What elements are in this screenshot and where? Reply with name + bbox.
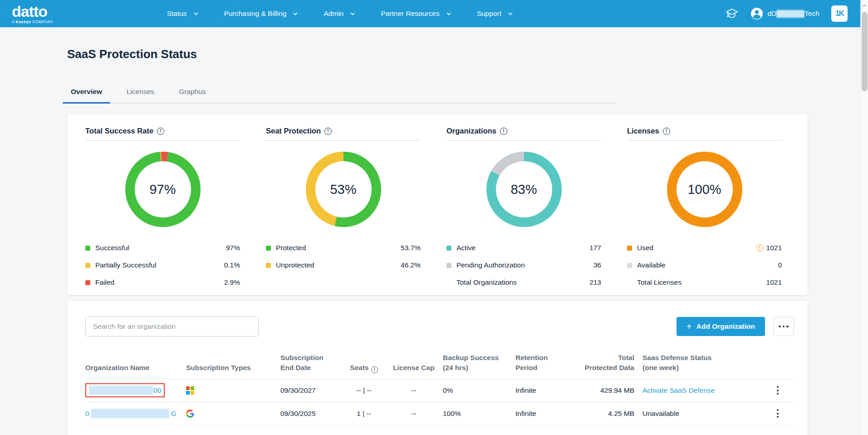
donut-center-value: 100% [667,152,742,227]
organization-name-cell: 0G [85,409,181,418]
main-content: SaaS Protection Status Overview Licenses… [67,27,808,435]
defense-status-cell: Activate SaaS Defense [642,386,757,395]
stats-card: Total Success Rate 97% Successful 97% Pa… [67,114,808,295]
col-retention-period: RetentionPeriod [515,353,566,373]
legend-item: Used 1021 [627,239,782,257]
vertical-scrollbar[interactable] [860,0,868,435]
info-icon[interactable] [371,366,378,373]
activate-saas-defense-link[interactable]: Activate SaaS Defense [642,386,715,394]
info-icon[interactable] [663,128,670,135]
backup-success-cell: 100% [443,410,511,418]
legend: Active 177 Pending Authorization 36 Tota… [446,239,601,291]
donut-center-value: 53% [306,152,381,227]
search-input[interactable] [85,316,259,336]
organization-name-link[interactable]: 00 [89,386,161,395]
menu-item-status[interactable]: Status [167,10,199,18]
kaseya-company-tagline: A Kaseya COMPANY [12,20,54,24]
col-seats: Seats [343,363,385,373]
tab-licenses[interactable]: Licenses [126,82,155,103]
warning-icon[interactable] [756,244,764,252]
donut-center-value: 83% [486,152,562,227]
legend-item: Successful 97% [85,239,240,257]
stat-organizations: Organizations 83% Active 177 Pending Aut… [446,127,627,295]
kebab-menu-icon[interactable] [772,386,784,395]
tab-bar: Overview Licenses Graphus [67,82,616,104]
chevron-down-icon [446,11,451,16]
backup-success-cell: 0% [443,386,511,395]
stat-header: Organizations [446,127,601,141]
row-actions-cell [761,386,794,395]
info-icon[interactable] [500,128,507,135]
legend: Used 1021 Available 0 Total Licenses 102… [627,239,782,291]
kebab-menu-icon[interactable] [772,409,784,418]
legend-swatch [85,280,90,285]
donut-chart-seat-protection: 53% [306,152,381,227]
subscription-type-cell [186,410,276,418]
end-date-cell: 09/30/2025 [280,410,338,418]
donut-chart-organizations: 83% [486,152,562,227]
stat-licenses: Licenses 100% Used 1021 Available 0 [627,127,808,295]
scroll-up-arrow-icon[interactable] [863,4,866,8]
row-actions-cell [761,409,794,418]
col-total-protected-data: TotalProtected Data [571,353,638,373]
col-subscription-types: Subscription Types [186,363,276,373]
donut-chart-licenses: 100% [667,152,742,227]
scrollbar-thumb[interactable] [862,12,868,91]
user-menu[interactable]: dDTech [750,7,819,20]
chevron-down-icon [508,11,513,16]
seats-cell: 1 | -- [343,410,385,418]
redacted-text [89,386,153,395]
donut-center-value: 97% [125,152,201,227]
stat-header: Licenses [627,127,782,141]
organization-name-cell: 00 [85,383,181,397]
redacted-text [91,409,169,418]
donut-chart-total-success-rate: 97% [125,152,201,227]
chevron-down-icon [293,11,298,16]
legend-item: Pending Authorization 36 [446,257,601,274]
add-organization-button[interactable]: + Add Organization [677,317,765,336]
legend-swatch [446,263,451,268]
tab-overview[interactable]: Overview [70,82,103,103]
subscription-type-cell [186,386,276,395]
protected-data-cell: 429.94 MB [571,386,638,395]
stat-total-success-rate: Total Success Rate 97% Successful 97% Pa… [85,127,266,295]
nav-right-group: dDTech 1K [725,5,848,22]
training-graduation-cap-icon[interactable] [725,8,739,20]
legend-item: Partially Successful 0.1% [85,257,240,274]
legend-total: Total Licenses 1021 [627,274,782,291]
user-avatar-icon [750,7,763,20]
main-menu: Status Purchasing & Billing Admin Partne… [167,10,513,18]
organization-name-link[interactable]: 0G [85,409,177,418]
chevron-down-icon [350,11,355,16]
col-organization-name: Organization Name [85,363,181,373]
google-icon [186,410,276,418]
menu-item-admin[interactable]: Admin [324,10,355,18]
redacted-text [776,10,804,18]
more-actions-button[interactable] [773,317,794,336]
datto-logo[interactable]: datto A Kaseya COMPANY [12,4,54,24]
legend-swatch [627,263,632,268]
legend: Successful 97% Partially Successful 0.1%… [85,239,240,291]
highlight-annotation-box: 00 [85,383,165,397]
menu-item-purchasing-billing[interactable]: Purchasing & Billing [224,10,299,18]
legend-item: Unprotected 46.2% [266,257,421,274]
menu-item-support[interactable]: Support [477,10,513,18]
legend-item: Protected 53.7% [266,239,421,257]
retention-cell: Infinite [515,410,566,418]
kaseya-app-badge[interactable]: 1K [831,5,848,22]
col-subscription-end-date: SubscriptionEnd Date [280,353,338,373]
legend-swatch [85,246,90,251]
seats-cell: -- | -- [343,386,385,395]
table-row: 0G 09/30/2025 1 | -- -- 100% Infinite 4.… [85,402,794,425]
tab-graphus[interactable]: Graphus [178,82,206,103]
info-icon[interactable] [157,128,164,135]
datto-logo-text: datto [12,4,54,19]
menu-item-partner-resources[interactable]: Partner Resources [381,10,451,18]
legend-item: Active 177 [446,239,601,257]
table-toolbar: + Add Organization [85,316,794,336]
col-saas-defense-status: Saas Defense Status(one week) [642,353,757,373]
chevron-down-icon [193,11,199,16]
legend-swatch [627,246,632,251]
protected-data-cell: 4.25 MB [571,410,638,418]
info-icon[interactable] [324,128,332,135]
